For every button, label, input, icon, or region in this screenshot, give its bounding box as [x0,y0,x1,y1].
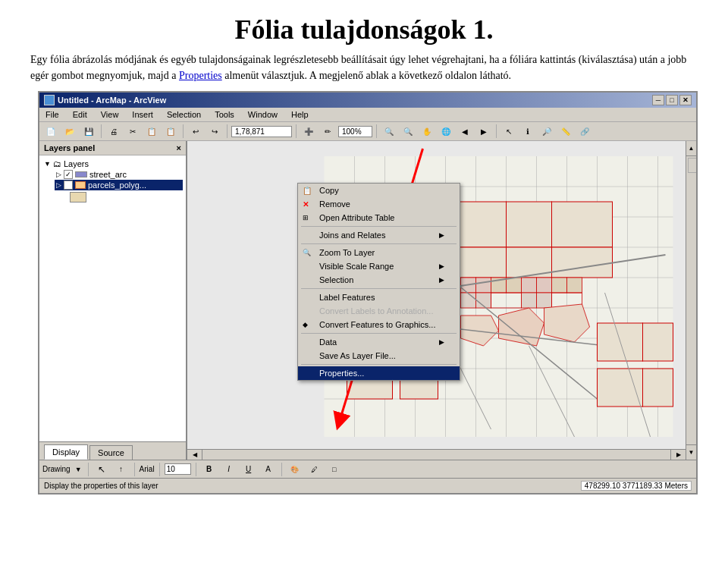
menu-insert[interactable]: Insert [129,109,156,120]
svg-rect-55 [643,323,673,361]
toc-checkbox-street[interactable]: ✓ [64,170,73,179]
toc-content: ▼ 🗂 Layers ▷ ✓ street_arc ▷ ✓ [39,155,186,207]
italic-btn[interactable]: I [221,462,237,477]
desc-part2: almenüt választjuk. A megjelenő ablak a … [222,70,511,81]
menu-view[interactable]: View [98,109,122,120]
font-size-btn[interactable]: 10 [165,463,191,475]
ctx-joins-relates[interactable]: Joins and Relates ▶ [298,228,460,242]
svg-rect-53 [643,369,673,407]
bold-btn[interactable]: B [201,462,218,477]
back-btn[interactable]: ◀ [457,124,473,139]
shadow-btn[interactable]: □ [326,462,343,477]
ctx-convert-labels-label: Convert Labels to Annotation... [319,306,433,316]
ctx-data-arrow: ▶ [439,338,444,346]
full-extent-btn[interactable]: 🌐 [438,124,454,139]
close-button[interactable]: ✕ [679,95,692,105]
ctx-attr-table-label: Open Attribute Table [319,213,394,222]
ctx-zoom-to-layer[interactable]: 🔍 Zoom To Layer [298,246,460,259]
ctx-visible-scale[interactable]: Visible Scale Range ▶ [298,259,460,273]
select-btn[interactable]: ↖ [500,124,517,139]
ctx-copy-label: Copy [319,186,339,195]
svg-rect-26 [552,247,613,278]
pan-btn[interactable]: ✋ [419,124,435,139]
measure-btn[interactable]: 📏 [557,124,574,139]
zoom-level[interactable]: 100% [338,126,372,137]
toc-expand-street[interactable]: ▷ [56,171,61,178]
scrollbar-up[interactable]: ▲ [686,141,696,156]
toc-label-parcels: parcels_polyg... [88,181,146,190]
drawing-toolbar: Drawing ▼ ↖ ↑ Arial 10 B I U A 🎨 🖊 □ [39,460,696,478]
ctx-selection[interactable]: Selection ▶ [298,273,460,287]
identify-btn[interactable]: ℹ [519,124,536,139]
zoom-in-btn[interactable]: 🔍 [381,124,397,139]
new-btn[interactable]: 📄 [42,124,59,139]
undo-btn[interactable]: ↩ [187,124,204,139]
menu-tools[interactable]: Tools [212,109,237,120]
ctx-save-layer[interactable]: Save As Layer File... [298,349,460,363]
sep1 [101,124,102,138]
ctx-label-features-label: Label Features [319,293,375,302]
tab-display[interactable]: Display [44,444,88,460]
cut-btn[interactable]: ✂ [124,124,141,139]
menu-window[interactable]: Window [245,109,281,120]
cursor-btn[interactable]: ↑ [113,462,130,477]
svg-rect-35 [461,293,476,308]
menu-selection[interactable]: Selection [164,109,204,120]
v-scrollbar[interactable]: ▲ ▼ [686,141,696,460]
ctx-zoom-label: Zoom To Layer [319,248,375,257]
hyperlink-btn[interactable]: 🔗 [576,124,593,139]
toc-label-street: street_arc [89,170,127,179]
maximize-button[interactable]: □ [666,95,678,105]
fill-color-btn[interactable]: 🎨 [287,462,303,477]
ctx-remove[interactable]: ✕ Remove [298,197,460,211]
drawing-dropdown-arrow[interactable]: ▼ [75,466,82,473]
scrollbar-down[interactable]: ▼ [686,444,696,460]
scrollbar-thumb[interactable] [688,158,696,173]
ctx-copy[interactable]: 📋 Copy [298,184,460,197]
open-btn[interactable]: 📂 [61,124,78,139]
convert-features-icon: ◆ [303,321,308,328]
scrollbar-left[interactable]: ◀ [187,450,202,460]
toc-layer-group: ▼ 🗂 Layers ▷ ✓ street_arc ▷ ✓ [42,159,183,203]
title-bar-buttons[interactable]: ─ □ ✕ [652,95,692,105]
status-message: Display the properties of this layer [44,482,158,490]
map-canvas[interactable]: 📋 Copy ✕ Remove ⊞ Open Attribute Table J… [187,141,696,460]
toc-icon-parcels [75,181,86,189]
menu-file[interactable]: File [42,109,62,120]
status-coords: 478299.10 3771189.33 Meters [581,481,692,491]
redo-btn[interactable]: ↪ [206,124,223,139]
toc-checkbox-parcels[interactable]: ✓ [64,181,73,190]
font-color-btn[interactable]: A [260,462,277,477]
line-color-btn[interactable]: 🖊 [306,462,323,477]
toc-layer-street-arc[interactable]: ▷ ✓ street_arc [55,169,183,180]
toc-close-icon[interactable]: × [177,143,181,152]
underline-btn[interactable]: U [240,462,257,477]
paste-btn[interactable]: 📋 [162,124,179,139]
toc-expand-icon[interactable]: ▼ [44,160,51,168]
ctx-sep3 [301,288,457,289]
select-tool[interactable]: ↖ [93,462,110,477]
zoom-out-btn[interactable]: 🔍 [400,124,416,139]
ctx-joins-label: Joins and Relates [319,231,385,240]
toc-expand-parcels[interactable]: ▷ [56,181,61,189]
zoom-layer-icon: 🔍 [303,249,311,256]
find-btn[interactable]: 🔎 [538,124,555,139]
ctx-open-attr-table[interactable]: ⊞ Open Attribute Table [298,211,460,224]
add-data-btn[interactable]: ➕ [300,124,317,139]
ctx-properties[interactable]: Properties... [298,366,460,380]
forward-btn[interactable]: ▶ [475,124,492,139]
menu-edit[interactable]: Edit [70,109,90,120]
toc-layer-parcels[interactable]: ▷ ✓ parcels_polyg... [55,180,183,190]
ctx-data[interactable]: Data ▶ [298,335,460,349]
save-btn[interactable]: 💾 [80,124,97,139]
minimize-button[interactable]: ─ [652,95,664,105]
menu-help[interactable]: Help [288,109,312,120]
tab-source[interactable]: Source [89,445,133,460]
scrollbar-right[interactable]: ▶ [670,450,686,460]
editor-btn[interactable]: ✏ [319,124,336,139]
print-btn[interactable]: 🖨 [105,124,122,139]
h-scrollbar[interactable]: ◀ ▶ [187,449,686,460]
ctx-label-features[interactable]: Label Features [298,290,460,304]
copy-btn[interactable]: 📋 [143,124,160,139]
ctx-convert-features[interactable]: ◆ Convert Features to Graphics... [298,318,460,331]
